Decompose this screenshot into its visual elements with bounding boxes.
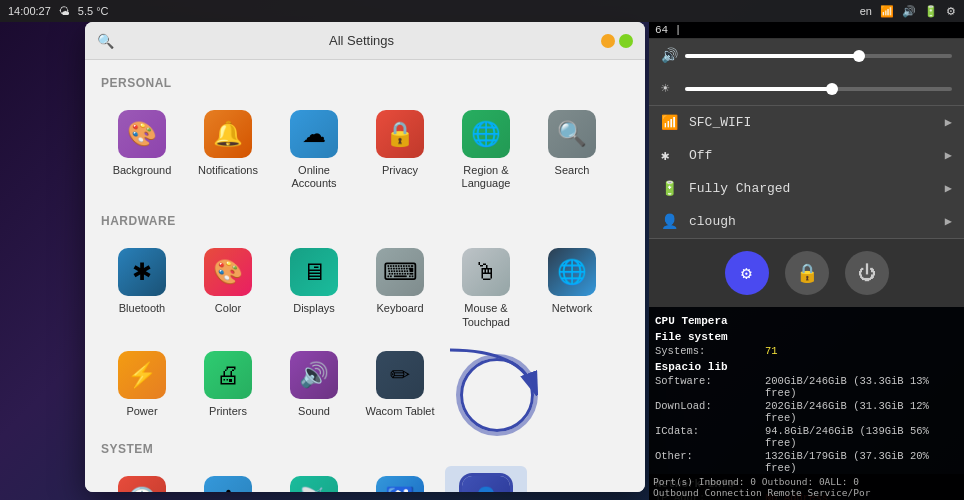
search-label: Search [555, 164, 590, 177]
qs-settings-circle[interactable]: ⚙ [725, 251, 769, 295]
settings-item-bluetooth[interactable]: ✱ Bluetooth [101, 238, 183, 336]
volume-thumb[interactable] [853, 50, 865, 62]
volume-slider[interactable] [685, 54, 952, 58]
settings-item-wacom[interactable]: ✏ Wacom Tablet [359, 341, 441, 426]
ports-label: Port(s) [653, 476, 693, 487]
sysinfo-bottom-bar: Port(s) Inbound: 0 Outbound: 0ALL: 0 Out… [649, 474, 964, 500]
qs-user-item[interactable]: 👤 clough ▶ [649, 205, 964, 238]
settings-item-displays[interactable]: 🖥 Displays [273, 238, 355, 336]
sysinfo-software-row: Software: 200GiB/246GiB (33.3GiB 13% fre… [655, 375, 958, 399]
brightness-thumb[interactable] [826, 83, 838, 95]
battery-icon[interactable]: 🔋 [924, 5, 938, 18]
settings-item-users[interactable]: 👤 Users [445, 466, 527, 492]
sysinfo-other-row: Other: 132GiB/179GiB (37.3GiB 20% free) [655, 450, 958, 474]
temperature: 5.5 °C [78, 5, 109, 17]
volume-slider-icon: 🔊 [661, 47, 677, 64]
qs-battery-item[interactable]: 🔋 Fully Charged ▶ [649, 172, 964, 205]
displays-label: Displays [293, 302, 335, 315]
sharing-icon: 📡 [290, 476, 338, 492]
volume-fill [685, 54, 859, 58]
settings-item-sharing[interactable]: 📡 Sharing [273, 466, 355, 492]
qs-power-circle[interactable]: ⏻ [845, 251, 889, 295]
qs-lock-circle[interactable]: 🔒 [785, 251, 829, 295]
background-label: Background [113, 164, 172, 177]
volume-icon[interactable]: 🔊 [902, 5, 916, 18]
settings-item-online-accounts[interactable]: ☁ Online Accounts [273, 100, 355, 198]
clock: 14:00:27 [8, 5, 51, 17]
maximize-button[interactable] [619, 34, 633, 48]
mouse-icon: 🖱 [462, 248, 510, 296]
panel-left: 14:00:27 🌤 5.5 °C [8, 5, 109, 17]
universal-icon: ♿ [376, 476, 424, 492]
wifi-menu-icon: 📶 [661, 114, 679, 131]
online-accounts-icon: ☁ [290, 110, 338, 158]
bluetooth-arrow-icon: ▶ [945, 148, 952, 163]
sysinfo-download-row: DownLoad: 202GiB/246GiB (31.3GiB 12% fre… [655, 400, 958, 424]
bluetooth-menu-label: Off [689, 148, 945, 163]
settings-item-power[interactable]: ⚡ Power [101, 341, 183, 426]
quick-settings-area: 🔊 ☀ 📶 SFC_WIFI ▶ [649, 39, 964, 307]
language-indicator[interactable]: en [860, 5, 872, 17]
sysinfo-fs-header: File system [655, 331, 958, 343]
network-icon: 🌐 [548, 248, 596, 296]
sysinfo-software-val: 200GiB/246GiB (33.3GiB 13% free) [765, 375, 958, 399]
wifi-menu-label: SFC_WIFI [689, 115, 945, 130]
sysinfo-software-key: Software: [655, 375, 765, 399]
sysinfo-systems-key: Systems: [655, 345, 765, 357]
bluetooth-menu-icon: ✱ [661, 147, 679, 164]
settings-item-sound[interactable]: 🔊 Sound [273, 341, 355, 426]
settings-window: 🔍 All Settings Personal 🎨 Background 🔔 N… [85, 22, 645, 492]
privacy-icon: 🔒 [376, 110, 424, 158]
sysinfo-icdata-key: ICdata: [655, 425, 765, 449]
titlebar: 🔍 All Settings [85, 22, 645, 60]
system-grid: 🕐 Date & Time ℹ Details 📡 Sharing ♿ Univ… [101, 466, 629, 492]
qs-bluetooth-item[interactable]: ✱ Off ▶ [649, 139, 964, 172]
qs-wifi-item[interactable]: 📶 SFC_WIFI ▶ [649, 106, 964, 139]
settings-item-printers[interactable]: 🖨 Printers [187, 341, 269, 426]
settings-item-mouse[interactable]: 🖱 Mouse & Touchpad [445, 238, 527, 336]
sysinfo-cpu-header: CPU Tempera [655, 315, 958, 327]
top-panel: 14:00:27 🌤 5.5 °C en 📶 🔊 🔋 ⚙ [0, 0, 964, 22]
sysinfo-other-val: 132GiB/179GiB (37.3GiB 20% free) [765, 450, 958, 474]
keyboard-icon: ⌨ [376, 248, 424, 296]
brightness-slider[interactable] [685, 87, 952, 91]
keyboard-label: Keyboard [376, 302, 423, 315]
settings-item-search[interactable]: 🔍 Search [531, 100, 613, 198]
brightness-fill [685, 87, 832, 91]
minimize-button[interactable] [601, 34, 615, 48]
system-menu-icon[interactable]: ⚙ [946, 5, 956, 18]
settings-item-background[interactable]: 🎨 Background [101, 100, 183, 198]
settings-item-notifications[interactable]: 🔔 Notifications [187, 100, 269, 198]
details-icon: ℹ [204, 476, 252, 492]
datetime-icon: 🕐 [118, 476, 166, 492]
settings-item-details[interactable]: ℹ Details [187, 466, 269, 492]
qs-circles-row: ⚙ 🔒 ⏻ [649, 239, 964, 307]
online-accounts-label: Online Accounts [279, 164, 349, 190]
network-label: Network [552, 302, 592, 315]
sysinfo-systems-row: Systems: 71 [655, 345, 958, 357]
outbound-connection-label: Outbound Connection [653, 487, 762, 498]
sysinfo-icdata-val: 94.8GiB/246GiB (139GiB 56% free) [765, 425, 958, 449]
battery-menu-label: Fully Charged [689, 181, 945, 196]
sound-label: Sound [298, 405, 330, 418]
user-menu-label: clough [689, 214, 945, 229]
settings-item-privacy[interactable]: 🔒 Privacy [359, 100, 441, 198]
section-hardware-title: Hardware [101, 214, 629, 228]
wifi-icon[interactable]: 📶 [880, 5, 894, 18]
brightness-row: ☀ [649, 72, 964, 105]
background-icon: 🎨 [118, 110, 166, 158]
settings-item-datetime[interactable]: 🕐 Date & Time [101, 466, 183, 492]
settings-item-universal[interactable]: ♿ Universal Access [359, 466, 441, 492]
settings-item-keyboard[interactable]: ⌨ Keyboard [359, 238, 441, 336]
settings-item-region[interactable]: 🌐 Region & Language [445, 100, 527, 198]
users-icon: 👤 [462, 476, 510, 492]
wifi-arrow-icon: ▶ [945, 115, 952, 130]
settings-item-network[interactable]: 🌐 Network [531, 238, 613, 336]
user-arrow-icon: ▶ [945, 214, 952, 229]
sysinfo-systems-val: 71 [765, 345, 778, 357]
settings-content: Personal 🎨 Background 🔔 Notifications ☁ … [85, 60, 645, 492]
titlebar-search-icon[interactable]: 🔍 [97, 33, 114, 49]
notifications-label: Notifications [198, 164, 258, 177]
settings-item-color[interactable]: 🎨 Color [187, 238, 269, 336]
sysinfo-icdata-row: ICdata: 94.8GiB/246GiB (139GiB 56% free) [655, 425, 958, 449]
